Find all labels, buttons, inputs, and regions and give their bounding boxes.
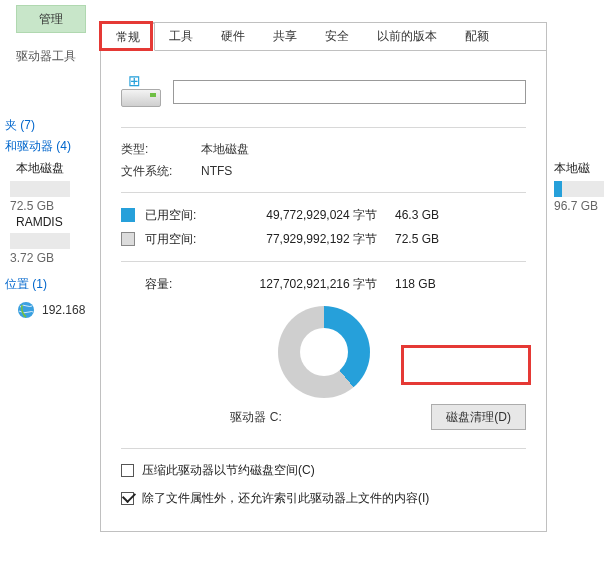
manage-ribbon-button[interactable]: 管理	[16, 5, 86, 33]
index-contents-label: 除了文件属性外，还允许索引此驱动器上文件的内容(I)	[142, 490, 429, 507]
used-space-bytes: 49,772,929,024 字节	[225, 207, 395, 224]
drive-c-icon: ⊞	[121, 75, 161, 109]
windows-logo-icon: ⊞	[128, 72, 141, 90]
locations-group-header[interactable]: 位置 (1)	[5, 276, 47, 293]
drive-item-title: 本地磁盘	[10, 160, 95, 177]
divider	[121, 261, 526, 262]
tab-tools[interactable]: 工具	[155, 23, 207, 50]
drive-usage-bar	[10, 233, 70, 249]
tab-panel-general: ⊞ 类型: 本地磁盘 文件系统: NTFS 已用空间: 49,772,929,0…	[101, 51, 546, 531]
tab-general[interactable]: 常规	[101, 23, 155, 51]
drive-item-size: 96.7 GB	[554, 199, 614, 213]
filesystem-value: NTFS	[201, 164, 232, 178]
capacity-label: 容量:	[145, 276, 225, 293]
drive-usage-bar	[10, 181, 70, 197]
svg-point-0	[18, 302, 34, 318]
disk-cleanup-button[interactable]: 磁盘清理(D)	[431, 404, 526, 430]
drive-letter-label: 驱动器 C:	[121, 409, 391, 426]
tab-security[interactable]: 安全	[311, 23, 363, 50]
drive-item-c[interactable]: 本地磁盘 72.5 GB	[10, 160, 95, 213]
drive-usage-bar	[554, 181, 604, 197]
filesystem-label: 文件系统:	[121, 163, 201, 180]
tab-previous[interactable]: 以前的版本	[363, 23, 451, 50]
capacity-size: 118 GB	[395, 277, 455, 291]
divider	[121, 192, 526, 193]
drive-tools-label: 驱动器工具	[16, 48, 76, 65]
network-location-label[interactable]: 192.168	[42, 303, 85, 317]
used-space-label: 已用空间:	[145, 207, 225, 224]
drive-item-size: 3.72 GB	[10, 251, 95, 265]
drives-group-header[interactable]: 和驱动器 (4)	[5, 138, 71, 155]
drive-item-title: 本地磁	[554, 160, 614, 177]
used-space-swatch	[121, 208, 135, 222]
free-space-swatch	[121, 232, 135, 246]
tab-hardware[interactable]: 硬件	[207, 23, 259, 50]
drive-label-input[interactable]	[173, 80, 526, 104]
divider	[121, 448, 526, 449]
used-space-size: 46.3 GB	[395, 208, 455, 222]
index-contents-checkbox[interactable]	[121, 492, 134, 505]
free-space-size: 72.5 GB	[395, 232, 455, 246]
tab-sharing[interactable]: 共享	[259, 23, 311, 50]
drive-item-title: RAMDIS	[10, 215, 95, 229]
folders-group-header[interactable]: 夹 (7)	[5, 117, 35, 134]
dialog-tabs: 常规 工具 硬件 共享 安全 以前的版本 配额	[101, 23, 546, 51]
compress-drive-checkbox[interactable]	[121, 464, 134, 477]
drive-properties-dialog: 常规 工具 硬件 共享 安全 以前的版本 配额 ⊞ 类型: 本地磁盘 文件系统:…	[100, 22, 547, 532]
drive-item-ramdisk[interactable]: RAMDIS 3.72 GB	[10, 215, 95, 265]
type-value: 本地磁盘	[201, 141, 249, 158]
compress-drive-label: 压缩此驱动器以节约磁盘空间(C)	[142, 462, 315, 479]
free-space-label: 可用空间:	[145, 231, 225, 248]
type-label: 类型:	[121, 141, 201, 158]
tab-quota[interactable]: 配额	[451, 23, 503, 50]
capacity-bytes: 127,702,921,216 字节	[225, 276, 395, 293]
drive-item-right[interactable]: 本地磁 96.7 GB	[554, 160, 614, 213]
drive-item-size: 72.5 GB	[10, 199, 95, 213]
disk-usage-pie-chart	[278, 306, 370, 398]
divider	[121, 127, 526, 128]
network-location-icon	[16, 300, 36, 320]
free-space-bytes: 77,929,992,192 字节	[225, 231, 395, 248]
